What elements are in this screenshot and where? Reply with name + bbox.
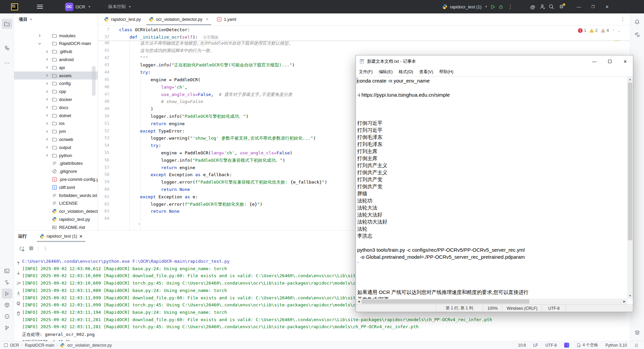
tree-item-cpp[interactable]: cpp [14, 88, 98, 96]
chevron-right-icon[interactable] [45, 137, 49, 141]
chevron-right-icon[interactable] [45, 82, 49, 86]
ai-plugin-icon[interactable] [564, 343, 569, 348]
tree-item-jvm[interactable]: jvm [14, 128, 98, 136]
ai-assistant-icon[interactable]: @ [528, 4, 537, 10]
scroll-left-icon[interactable]: ◀ [356, 299, 362, 304]
tree-item-dotnet[interactable]: dotnet [14, 111, 98, 119]
fold-region-icon[interactable]: ⌄ [138, 221, 141, 226]
project-scrollbar[interactable] [92, 66, 96, 96]
tree-item-forbidden_words.txt[interactable]: forbidden_words.txt [14, 191, 98, 199]
tree-item-.gitattributes[interactable]: .gitattributes [14, 159, 98, 167]
notepad-menu-H[interactable]: 帮助(H) [436, 69, 456, 75]
tree-item-api[interactable]: api [14, 63, 98, 71]
notepad-menu-E[interactable]: 编辑(E) [376, 69, 396, 75]
tree-item-ocrweb[interactable]: ocrweb [14, 135, 98, 143]
tree-item-output[interactable]: output [14, 143, 98, 151]
console-more-icon[interactable]: ⋮ [43, 246, 48, 251]
notepad-vscrollbar[interactable]: ▲ ▼ [627, 77, 633, 299]
tree-item-android[interactable]: android [14, 55, 98, 63]
chevron-right-icon[interactable] [45, 90, 49, 94]
run-tool-icon[interactable] [2, 277, 12, 287]
window-restore-button[interactable]: ❐ [588, 2, 598, 11]
inspections-widget[interactable]: !1 2 4 ⌃ ⌃ [578, 28, 621, 33]
notepad-minimize-button[interactable]: — [587, 55, 602, 67]
prev-problem-icon[interactable]: ⌃ [612, 29, 614, 33]
chevron-right-icon[interactable] [45, 121, 49, 126]
project-widget[interactable]: OC OCR ▼ [43, 3, 91, 11]
encoding-widget[interactable]: UTF-8 [545, 343, 557, 348]
main-menu-icon[interactable] [37, 4, 43, 10]
tree-item-config[interactable]: config [14, 80, 98, 88]
notepad-close-button[interactable]: ✕ [618, 55, 633, 67]
ai-chat-tool-icon[interactable] [632, 328, 643, 338]
notepad-hscrollbar[interactable]: ◀ ▶ [356, 299, 627, 304]
vcs-widget[interactable]: 版本控制 ▼ [91, 4, 131, 10]
chevron-down-icon[interactable]: ▼ [485, 5, 488, 8]
caret-position-widget[interactable]: 10:8 [518, 343, 526, 348]
chevron-right-icon[interactable] [45, 73, 49, 78]
usage-inlay-hint[interactable]: 1 个用法 [203, 35, 219, 39]
chevron-right-icon[interactable] [45, 50, 49, 54]
search-icon[interactable] [548, 4, 554, 10]
run-tool-active-icon[interactable] [2, 289, 12, 299]
sticky-code-line[interactable]: def _initialize_ocr(self): 1 个用法 [119, 34, 219, 41]
more-actions-icon[interactable]: ⋮ [506, 4, 515, 10]
tree-item-docs[interactable]: docs [14, 103, 98, 111]
run-tab[interactable]: rapidocr_test (1) ✕ [36, 231, 86, 242]
editor-tab-1.yaml[interactable]: Y1.yaml [213, 13, 240, 25]
problems-tool-icon[interactable] [2, 311, 12, 321]
tree-item-LICENSE[interactable]: LICENSE [14, 199, 98, 207]
notepad-menu-V[interactable]: 查看(V) [416, 69, 436, 75]
tree-item-.gitignore[interactable]: .gitignore [14, 167, 98, 176]
line-ending-widget[interactable]: LF [533, 343, 538, 348]
close-tab-icon[interactable]: ✕ [79, 234, 83, 239]
tree-item-README.md[interactable]: README.md [14, 223, 98, 230]
chevron-down-icon[interactable] [38, 42, 42, 46]
chevron-right-icon[interactable] [45, 57, 49, 61]
add-user-icon[interactable] [540, 4, 546, 10]
tree-item-modules[interactable]: modules [14, 32, 98, 40]
chevron-right-icon[interactable] [45, 113, 49, 117]
next-problem-icon[interactable]: ⌃ [618, 29, 621, 33]
chevron-right-icon[interactable] [45, 97, 49, 101]
tree-item-ocr_violation_detector.py[interactable]: ocr_violation_detector.py [14, 207, 98, 215]
project-panel-header[interactable]: 项目▼ [14, 13, 98, 26]
git-tool-icon[interactable] [2, 323, 12, 333]
window-close-button[interactable]: ✕ [602, 2, 612, 11]
scroll-right-icon[interactable]: ▶ [622, 299, 627, 304]
notepad-window[interactable]: 新建文本文档.txt - 记事本 — ✕ 文件(F)编辑(E)格式(O)查看(V… [356, 55, 633, 312]
editor-tab-rapidocr_test.py[interactable]: rapidocr_test.py [100, 13, 145, 25]
notepad-menu-O[interactable]: 格式(O) [396, 69, 416, 75]
chevron-right-icon[interactable] [45, 105, 49, 109]
tree-item-docker[interactable]: docker [14, 95, 98, 103]
scroll-down-icon[interactable]: ▼ [627, 293, 633, 299]
tab-options-icon[interactable]: ⋮ [620, 16, 625, 22]
sticky-code-line[interactable]: class OCRViolationDetector: [119, 26, 190, 34]
window-minimize-button[interactable]: — [574, 2, 584, 11]
tree-item-assets[interactable]: assets [14, 71, 98, 80]
debug-button[interactable] [498, 4, 504, 10]
chevron-right-icon[interactable] [45, 130, 49, 134]
project-tool-icon[interactable] [2, 19, 12, 29]
notepad-menu-F[interactable]: 文件(F) [356, 69, 376, 75]
notifications-bell-icon[interactable] [632, 17, 643, 27]
pycharm-logo-icon[interactable]: PC [11, 3, 18, 10]
unlocked-icon[interactable] [634, 343, 639, 347]
chevron-right-icon[interactable] [45, 153, 49, 157]
tree-item-python[interactable]: python [14, 151, 98, 159]
notepad-maximize-button[interactable] [602, 55, 618, 67]
settings-gear-icon[interactable]: ⚙ [557, 4, 566, 10]
tree-item-ios[interactable]: ios [14, 119, 98, 128]
interpreter-widget[interactable]: Python 3.10 [605, 343, 627, 348]
tree-item-rapidocr_test.py[interactable]: rapidocr_test.py [14, 215, 98, 223]
hscroll-thumb[interactable] [362, 299, 529, 304]
stop-button[interactable] [29, 246, 33, 250]
editor-tab-ocr_violation_detector.py[interactable]: ocr_violation_detector.py✕ [145, 13, 213, 25]
tree-item-.github[interactable]: .github [14, 48, 98, 56]
chevron-right-icon[interactable] [38, 34, 42, 38]
tree-item-RapidOCR-main[interactable]: RapidOCR-main [14, 40, 98, 48]
notepad-title-bar[interactable]: 新建文本文档.txt - 记事本 — ✕ [356, 55, 633, 67]
close-tab-icon[interactable]: ✕ [206, 17, 209, 21]
tree-item-cliff.toml[interactable]: Tcliff.toml [14, 183, 98, 191]
packages-tool-icon[interactable] [2, 300, 12, 310]
